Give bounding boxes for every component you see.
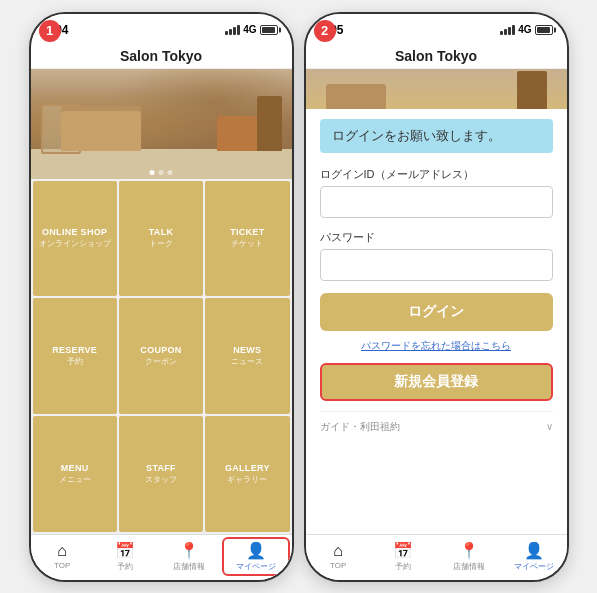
- password-label: パスワード: [320, 230, 553, 245]
- nav-top-label-1: TOP: [54, 561, 70, 570]
- bar4: [237, 25, 240, 35]
- nav-top-label-2: TOP: [330, 561, 346, 570]
- nav-top-1[interactable]: ⌂ TOP: [31, 539, 94, 574]
- bar4b: [512, 25, 515, 35]
- grid-gallery-jp: ギャラリー: [227, 474, 267, 485]
- chevron-down-icon: ∨: [546, 421, 553, 432]
- nav-store-2[interactable]: 📍 店舗情報: [436, 539, 501, 574]
- app-title-2: Salon Tokyo: [306, 42, 567, 69]
- grid-coupon-en: COUPON: [140, 345, 181, 355]
- grid-online-shop-jp: オンラインショップ: [39, 238, 111, 249]
- grid-news-en: NEWS: [233, 345, 261, 355]
- grid-news[interactable]: NEWS ニュース: [205, 298, 289, 414]
- signal-type-1: 4G: [243, 24, 256, 35]
- nav-mypage-label-2: マイページ: [514, 561, 554, 572]
- grid-menu-jp: メニュー: [59, 474, 91, 485]
- guide-label: ガイド・利田祖約 ∨: [320, 420, 553, 434]
- hero-image-1: [31, 69, 292, 179]
- battery-icon-2: [535, 25, 553, 35]
- status-bar-2: 5:05 4G: [306, 14, 567, 42]
- nav-reserve-label-2: 予約: [395, 561, 411, 572]
- grid-talk[interactable]: TALK トーク: [119, 181, 203, 297]
- status-icons-1: 4G: [225, 24, 277, 35]
- bar1b: [500, 31, 503, 35]
- hero-strip-2: [306, 69, 567, 109]
- guide-section: ガイド・利田祖約 ∨: [320, 411, 553, 434]
- grid-news-jp: ニュース: [231, 356, 263, 367]
- grid-staff[interactable]: STAFF スタッフ: [119, 416, 203, 532]
- nav-reserve-label-1: 予約: [117, 561, 133, 572]
- grid-staff-jp: スタッフ: [145, 474, 177, 485]
- grid-gallery[interactable]: GALLERY ギャラリー: [205, 416, 289, 532]
- login-content: ログインをお願い致します。 ログインID（メールアドレス） パスワード ログイン…: [306, 109, 567, 534]
- chair: [217, 116, 257, 151]
- status-bar-1: 5:04 4G: [31, 14, 292, 42]
- nav-mypage-label-1: マイページ: [236, 561, 276, 572]
- id-input[interactable]: [320, 186, 553, 218]
- home-icon-1: ⌂: [57, 542, 67, 560]
- nav-reserve-1[interactable]: 📅 予約: [94, 539, 157, 574]
- calendar-icon-2: 📅: [393, 541, 413, 560]
- phone-1: 1 5:04 4G Salon Tokyo: [29, 12, 294, 582]
- hero-dots: [150, 170, 173, 175]
- user-icon-1: 👤: [246, 541, 266, 560]
- login-button[interactable]: ログイン: [320, 293, 553, 331]
- bar3b: [508, 27, 511, 35]
- grid-reserve-en: RESERVE: [52, 345, 97, 355]
- dot-3: [168, 170, 173, 175]
- grid-staff-en: STAFF: [146, 463, 176, 473]
- guide-text: ガイド・利田祖約: [320, 420, 400, 434]
- grid-ticket[interactable]: TICKET チケット: [205, 181, 289, 297]
- home-icon-2: ⌂: [333, 542, 343, 560]
- bottom-nav-1: ⌂ TOP 📅 予約 📍 店舗情報 👤 マイページ: [31, 534, 292, 580]
- register-button[interactable]: 新規会員登録: [320, 363, 553, 401]
- grid-online-shop[interactable]: ONLINE SHOP オンラインショップ: [33, 181, 117, 297]
- app-title-1: Salon Tokyo: [31, 42, 292, 69]
- status-icons-2: 4G: [500, 24, 552, 35]
- grid-gallery-en: GALLERY: [225, 463, 270, 473]
- nav-store-label-1: 店舗情報: [173, 561, 205, 572]
- grid-coupon-jp: クーポン: [145, 356, 177, 367]
- grid-ticket-jp: チケット: [231, 238, 263, 249]
- interior-scene: [31, 99, 292, 179]
- bar1: [225, 31, 228, 35]
- login-banner: ログインをお願い致します。: [320, 119, 553, 153]
- battery-icon-1: [260, 25, 278, 35]
- grid-ticket-en: TICKET: [230, 227, 264, 237]
- bar2: [229, 29, 232, 35]
- nav-store-1[interactable]: 📍 店舗情報: [157, 539, 220, 574]
- grid-online-shop-en: ONLINE SHOP: [42, 227, 107, 237]
- door-strip: [517, 71, 547, 109]
- grid-menu-en: MENU: [61, 463, 89, 473]
- door: [257, 96, 282, 151]
- forgot-password-link[interactable]: パスワードを忘れた場合はこちら: [320, 339, 553, 353]
- dot-2: [159, 170, 164, 175]
- nav-store-label-2: 店舗情報: [453, 561, 485, 572]
- signal-type-2: 4G: [518, 24, 531, 35]
- grid-menu[interactable]: MENU メニュー: [33, 416, 117, 532]
- grid-menu-1: ONLINE SHOP オンラインショップ TALK トーク TICKET チケ…: [31, 179, 292, 534]
- nav-mypage-1[interactable]: 👤 マイページ: [222, 537, 289, 576]
- nav-top-2[interactable]: ⌂ TOP: [306, 539, 371, 574]
- bottom-nav-2: ⌂ TOP 📅 予約 📍 店舗情報 👤 マイページ: [306, 534, 567, 580]
- grid-reserve[interactable]: RESERVE 予約: [33, 298, 117, 414]
- password-input[interactable]: [320, 249, 553, 281]
- grid-talk-en: TALK: [149, 227, 174, 237]
- signal-bars-1: [225, 25, 240, 35]
- location-icon-1: 📍: [179, 541, 199, 560]
- sofa-strip: [326, 84, 386, 109]
- app-container: 1 5:04 4G Salon Tokyo: [19, 2, 579, 592]
- step-badge-2: 2: [314, 20, 336, 42]
- grid-reserve-jp: 予約: [67, 356, 83, 367]
- user-icon-2: 👤: [524, 541, 544, 560]
- sofa: [61, 111, 141, 151]
- calendar-icon-1: 📅: [115, 541, 135, 560]
- grid-coupon[interactable]: COUPON クーポン: [119, 298, 203, 414]
- nav-reserve-2[interactable]: 📅 予約: [371, 539, 436, 574]
- location-icon-2: 📍: [459, 541, 479, 560]
- step-badge-1: 1: [39, 20, 61, 42]
- grid-talk-jp: トーク: [149, 238, 173, 249]
- nav-mypage-2[interactable]: 👤 マイページ: [501, 539, 566, 574]
- phone-2: 2 5:05 4G Salon Tokyo: [304, 12, 569, 582]
- bar3: [233, 27, 236, 35]
